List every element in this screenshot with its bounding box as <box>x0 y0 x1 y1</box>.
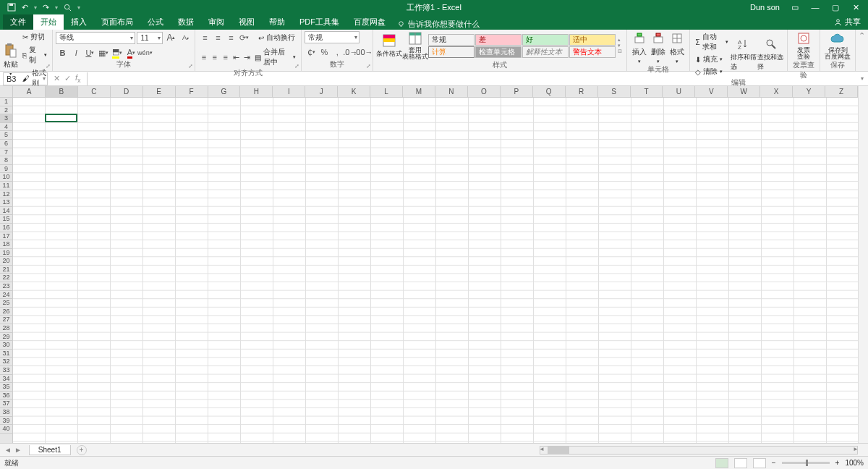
sort-filter-button[interactable]: AZ排序和筛选 <box>731 37 757 72</box>
column-header[interactable]: W <box>728 86 760 97</box>
underline-button[interactable]: U▾ <box>83 46 96 59</box>
row-header[interactable]: 20 <box>0 257 12 266</box>
align-left-button[interactable]: ≡ <box>198 51 209 64</box>
search-icon[interactable] <box>64 4 72 12</box>
tell-me[interactable]: 告诉我你想要做什么 <box>397 19 480 30</box>
font-name-select[interactable]: 等线▾ <box>56 32 135 44</box>
orientation-button[interactable]: ⟳▾ <box>237 31 250 44</box>
column-header[interactable]: Z <box>825 86 858 97</box>
font-size-select[interactable]: 11▾ <box>137 32 163 44</box>
row-header[interactable]: 8 <box>0 156 12 165</box>
column-header[interactable]: I <box>273 86 305 97</box>
insert-cells-button[interactable]: 插入▾ <box>630 31 649 64</box>
column-header[interactable]: J <box>305 86 338 97</box>
redo-dropdown-icon[interactable]: ▾ <box>55 4 58 11</box>
tab-pdf-tools[interactable]: PDF工具集 <box>292 14 346 30</box>
percent-button[interactable]: % <box>318 46 331 59</box>
clear-button[interactable]: ◇清除▾ <box>693 66 731 77</box>
column-header[interactable]: P <box>501 86 533 97</box>
tab-review[interactable]: 审阅 <box>201 14 231 30</box>
wrap-text-button[interactable]: ↩自动换行 <box>256 32 297 43</box>
fill-button[interactable]: ⬇填充▾ <box>693 54 731 65</box>
phonetic-button[interactable]: wén▾ <box>138 46 151 59</box>
style-bad[interactable]: 差 <box>475 34 522 46</box>
row-header[interactable]: 28 <box>0 324 12 333</box>
column-header[interactable]: E <box>143 86 176 97</box>
decrease-decimal-button[interactable]: .00→ <box>357 46 370 59</box>
font-expand-icon[interactable]: ⤢ <box>188 63 193 69</box>
cut-button[interactable]: ✂剪切 <box>20 31 50 43</box>
normal-view-button[interactable] <box>715 458 728 468</box>
collapse-ribbon-icon[interactable]: ⌃ <box>859 31 865 41</box>
qat-customize-icon[interactable]: ▾ <box>77 4 80 11</box>
style-gallery-expand-icon[interactable]: ⊟ <box>618 48 622 54</box>
ribbon-display-icon[interactable]: ▭ <box>790 3 800 12</box>
align-right-button[interactable]: ≡ <box>220 51 231 64</box>
indent-decrease-button[interactable]: ⇤ <box>231 51 242 64</box>
comma-button[interactable]: , <box>331 46 344 59</box>
row-header[interactable]: 19 <box>0 249 12 258</box>
style-scroll-down-icon[interactable]: ▾ <box>618 43 622 48</box>
style-scroll-up-icon[interactable]: ▴ <box>618 37 622 43</box>
column-header[interactable]: N <box>435 86 468 97</box>
row-header[interactable]: 37 <box>0 400 12 408</box>
merge-center-button[interactable]: ▤合并后居中▾ <box>252 46 298 68</box>
vertical-scrollbar[interactable] <box>858 86 868 443</box>
zoom-out-button[interactable]: − <box>772 459 776 467</box>
style-calculation[interactable]: 计算 <box>428 46 475 58</box>
name-box[interactable]: B3▾ <box>3 72 48 85</box>
column-header[interactable]: T <box>631 86 663 97</box>
copy-button[interactable]: ⎘复制▾ <box>20 44 50 66</box>
align-center-button[interactable]: ≡ <box>209 51 220 64</box>
zoom-level[interactable]: 100% <box>845 459 864 467</box>
page-layout-view-button[interactable] <box>734 458 747 468</box>
align-middle-button[interactable]: ≡ <box>211 31 224 44</box>
zoom-in-button[interactable]: + <box>835 459 840 467</box>
row-header[interactable]: 38 <box>0 408 12 417</box>
column-header[interactable]: H <box>240 86 273 97</box>
column-header[interactable]: Q <box>533 86 566 97</box>
tab-insert[interactable]: 插入 <box>64 14 94 30</box>
row-header[interactable]: 1 <box>0 98 12 106</box>
table-format-button[interactable]: 套用 表格格式 <box>402 31 428 60</box>
tab-home[interactable]: 开始 <box>33 14 64 30</box>
italic-button[interactable]: I <box>69 46 82 59</box>
grow-font-button[interactable]: A▴ <box>164 31 177 44</box>
find-select-button[interactable]: 查找和选择 <box>757 37 784 72</box>
save-icon[interactable] <box>7 3 16 12</box>
select-all-corner[interactable] <box>0 86 13 98</box>
row-header[interactable]: 36 <box>0 392 12 400</box>
sheet-nav-next-icon[interactable]: ► <box>14 446 22 454</box>
undo-icon[interactable]: ↶ <box>22 3 28 12</box>
cancel-formula-icon[interactable]: ✕ <box>54 74 60 83</box>
row-header[interactable]: 25 <box>0 299 12 308</box>
enter-formula-icon[interactable]: ✓ <box>64 74 71 83</box>
column-header[interactable]: A <box>13 86 46 97</box>
row-header[interactable]: 40 <box>0 425 12 434</box>
tab-data[interactable]: 数据 <box>171 14 201 30</box>
row-header[interactable]: 3 <box>0 114 12 123</box>
row-header[interactable]: 31 <box>0 350 12 358</box>
tab-page-layout[interactable]: 页面布局 <box>94 14 140 30</box>
row-header[interactable]: 5 <box>0 131 12 140</box>
accounting-format-button[interactable]: ₵▾ <box>305 46 318 59</box>
row-header[interactable]: 9 <box>0 165 12 174</box>
shrink-font-button[interactable]: A▾ <box>179 31 192 44</box>
minimize-icon[interactable]: — <box>810 3 820 12</box>
column-header[interactable]: U <box>663 86 695 97</box>
column-header[interactable]: D <box>111 86 143 97</box>
delete-cells-button[interactable]: 删除▾ <box>649 31 668 64</box>
cell-grid[interactable] <box>13 98 858 443</box>
maximize-icon[interactable]: ▢ <box>830 3 841 12</box>
column-header[interactable]: C <box>78 86 111 97</box>
column-header[interactable]: F <box>176 86 208 97</box>
tab-view[interactable]: 视图 <box>231 14 262 30</box>
row-header[interactable]: 34 <box>0 375 12 384</box>
indent-increase-button[interactable]: ⇥ <box>242 51 252 64</box>
sheet-nav-prev-icon[interactable]: ◄ <box>4 446 12 454</box>
row-header[interactable]: 39 <box>0 417 12 426</box>
invoice-check-button[interactable]: 发票 查验 <box>791 31 817 60</box>
column-header[interactable]: M <box>403 86 435 97</box>
row-header[interactable]: 16 <box>0 224 12 232</box>
row-header[interactable]: 23 <box>0 282 12 291</box>
